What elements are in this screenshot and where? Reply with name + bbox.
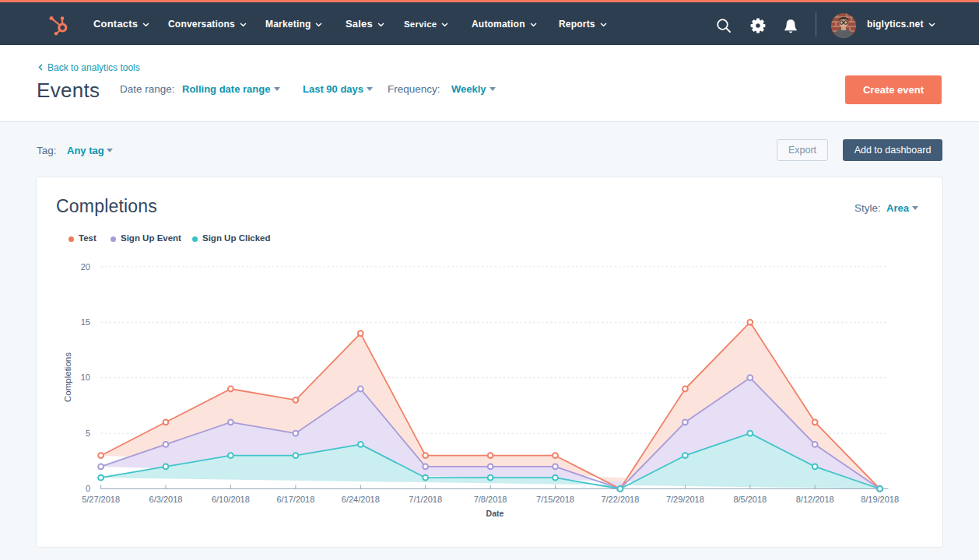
- svg-text:6/17/2018: 6/17/2018: [276, 495, 314, 504]
- svg-text:0: 0: [86, 484, 90, 493]
- svg-text:20: 20: [81, 262, 90, 271]
- svg-text:6/24/2018: 6/24/2018: [342, 495, 380, 504]
- svg-text:8/5/2018: 8/5/2018: [733, 495, 767, 504]
- svg-text:7/22/2018: 7/22/2018: [601, 495, 639, 504]
- svg-text:6/10/2018: 6/10/2018: [212, 495, 250, 504]
- svg-text:7/15/2018: 7/15/2018: [536, 495, 574, 504]
- svg-text:Completions: Completions: [63, 352, 72, 402]
- svg-text:5/27/2018: 5/27/2018: [82, 495, 120, 504]
- svg-text:10: 10: [81, 373, 90, 382]
- svg-text:6/3/2018: 6/3/2018: [149, 495, 183, 504]
- svg-text:7/1/2018: 7/1/2018: [409, 495, 442, 504]
- svg-text:8/19/2018: 8/19/2018: [861, 495, 899, 504]
- svg-text:Date: Date: [486, 509, 504, 518]
- svg-text:5: 5: [86, 429, 90, 438]
- svg-text:15: 15: [81, 317, 90, 327]
- svg-text:8/12/2018: 8/12/2018: [796, 495, 834, 504]
- svg-text:7/29/2018: 7/29/2018: [666, 495, 704, 504]
- svg-text:7/8/2018: 7/8/2018: [474, 495, 507, 504]
